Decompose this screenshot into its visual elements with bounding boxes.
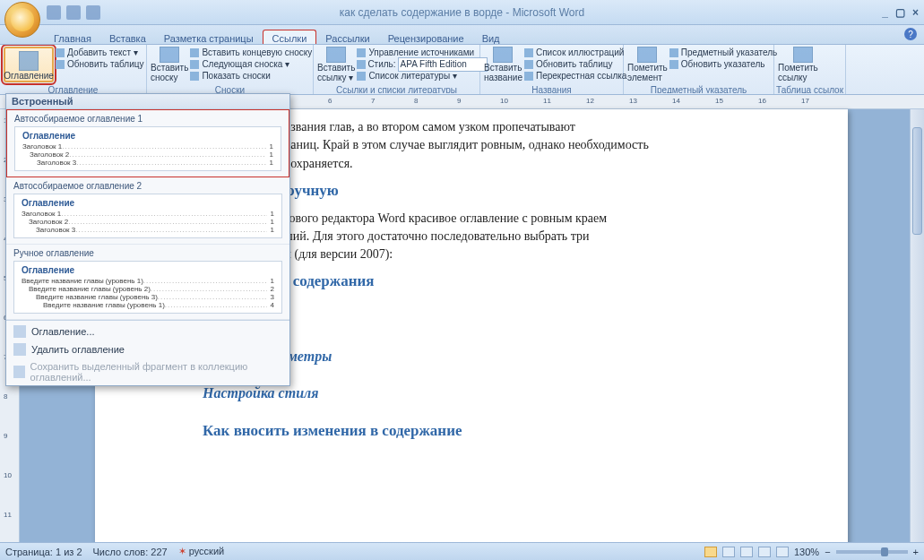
- toc-button-label: Оглавление: [4, 71, 54, 81]
- tab-view[interactable]: Вид: [473, 30, 509, 44]
- status-bar: Страница: 1 из 2 Число слов: 227 ✶ русск…: [0, 542, 924, 560]
- heading-2: матического содержания: [203, 271, 821, 293]
- view-full-screen[interactable]: [722, 547, 735, 557]
- gallery-item-manual[interactable]: Ручное оглавление Оглавление Введите наз…: [6, 245, 289, 320]
- list-illustrations-button[interactable]: Список иллюстраций: [524, 47, 626, 58]
- scroll-thumb[interactable]: [912, 127, 922, 235]
- view-draft[interactable]: [776, 547, 789, 557]
- heading-3: Настройка стиля: [203, 383, 821, 403]
- zoom-out-button[interactable]: −: [825, 547, 830, 557]
- insert-caption-button[interactable]: Вставить название: [484, 47, 522, 82]
- status-words[interactable]: Число слов: 227: [93, 547, 168, 557]
- title-bar: как сделать содержание в ворде - Microso…: [0, 0, 924, 25]
- update-toc-button[interactable]: Обновить таблицу: [56, 58, 144, 70]
- status-lang[interactable]: ✶ русский: [178, 546, 225, 557]
- group-citations: Ссылки и списки литературы: [314, 84, 479, 93]
- update-captions-button[interactable]: Обновить таблицу: [524, 58, 626, 70]
- show-footnotes-button[interactable]: Показать сноски: [190, 70, 312, 82]
- toc-preview: Оглавление Заголовок 1..................…: [14, 126, 281, 171]
- crossref-icon: [524, 72, 533, 81]
- office-button[interactable]: [4, 2, 40, 38]
- undo-icon[interactable]: [66, 5, 81, 20]
- save-icon[interactable]: [47, 5, 61, 20]
- group-footnotes: Сноски: [147, 84, 313, 93]
- endnote-icon: [190, 48, 199, 57]
- group-captions: Названия: [480, 84, 623, 93]
- toc-gallery: Встроенный Автособираемое оглавление 1 О…: [5, 93, 290, 386]
- tab-layout[interactable]: Разметка страницы: [155, 30, 263, 44]
- menu-insert-toc[interactable]: Оглавление...: [6, 323, 289, 340]
- view-web[interactable]: [740, 547, 753, 557]
- body-text: трументов текстового редактора Word крас…: [203, 210, 821, 228]
- insert-toc-icon: [13, 325, 26, 338]
- tab-insert[interactable]: Вставка: [100, 30, 155, 44]
- toc-preview: Оглавление Заголовок 1..................…: [13, 194, 282, 238]
- status-page[interactable]: Страница: 1 из 2: [5, 547, 82, 557]
- insert-footnote-button[interactable]: Вставить сноску: [151, 47, 188, 82]
- group-toc: Оглавление: [0, 84, 146, 93]
- vertical-scrollbar[interactable]: [910, 109, 924, 542]
- mark-icon: [637, 47, 657, 63]
- tab-home[interactable]: Главная: [45, 30, 100, 44]
- footnote-icon: [160, 47, 179, 63]
- zoom-value[interactable]: 130%: [794, 547, 819, 557]
- group-index: Предметный указатель: [624, 84, 773, 93]
- mark-label: Пометить элемент: [627, 63, 668, 82]
- help-icon[interactable]: ?: [904, 28, 917, 40]
- manage-icon: [357, 48, 366, 57]
- redo-icon[interactable]: [86, 5, 100, 20]
- gallery-item-auto1[interactable]: Автособираемое оглавление 1 Оглавление З…: [6, 109, 289, 177]
- body-text: в друга функции (для версии 2007):: [203, 246, 821, 263]
- refresh3-icon: [669, 60, 678, 69]
- biblio-icon: [357, 72, 366, 81]
- style-icon: [357, 60, 366, 69]
- gallery-section-builtin: Встроенный: [6, 94, 289, 109]
- menu-save-selection: Сохранить выделенный фрагмент в коллекци…: [6, 358, 289, 385]
- mark-citation-button[interactable]: Пометить ссылку: [778, 47, 828, 82]
- body-text: овые номера страниц. Край в этом случае …: [203, 136, 821, 154]
- view-outline[interactable]: [758, 547, 771, 557]
- caption-icon: [493, 47, 513, 63]
- refresh2-icon: [524, 60, 533, 69]
- mark-index-button[interactable]: Пометить элемент: [627, 47, 668, 82]
- view-print-layout[interactable]: [704, 547, 717, 557]
- quick-access-toolbar: [47, 5, 100, 20]
- minimize-button[interactable]: _: [882, 6, 888, 19]
- close-button[interactable]: ×: [912, 6, 919, 19]
- heading-2: главления вручную: [203, 180, 821, 202]
- next-icon: [190, 60, 199, 69]
- toc-preview: Оглавление Введите название главы (урове…: [13, 261, 282, 314]
- insert-citation-button[interactable]: Вставить ссылку ▾: [317, 47, 355, 82]
- update-index-button[interactable]: Обновить указатель: [669, 58, 777, 70]
- save-toc-icon: [13, 366, 25, 378]
- footnote-label: Вставить сноску: [151, 63, 188, 82]
- insert-endnote-button[interactable]: Вставить концевую сноску: [190, 47, 312, 58]
- add-text-button[interactable]: Добавить текст ▾: [56, 47, 144, 58]
- body-text: прописывают названия глав, а во втором с…: [203, 118, 821, 136]
- list-icon: [524, 48, 533, 57]
- zoom-in-button[interactable]: +: [913, 547, 919, 557]
- refresh-icon: [56, 60, 65, 69]
- menu-remove-toc[interactable]: Удалить оглавление: [6, 340, 289, 358]
- gallery-item-auto2[interactable]: Автособираемое оглавление 2 Оглавление З…: [6, 177, 289, 245]
- mark-cite-label: Пометить ссылку: [778, 63, 828, 82]
- tab-references[interactable]: Ссылки: [263, 30, 317, 44]
- next-footnote-button[interactable]: Следующая сноска ▾: [190, 58, 312, 70]
- bibliography-button[interactable]: Список литературы ▾: [357, 70, 487, 82]
- body-text: без лишних усилий. Для этого достаточно …: [203, 228, 821, 246]
- insert-index-button[interactable]: Предметный указатель: [669, 47, 777, 58]
- tab-mailings[interactable]: Рассылки: [316, 30, 378, 44]
- ribbon: Оглавление Добавить текст ▾ Обновить таб…: [0, 45, 924, 95]
- cross-reference-button[interactable]: Перекрестная ссылка: [524, 70, 626, 82]
- heading-2: Как вносить изменения в содержание: [203, 420, 821, 443]
- window-title: как сделать содержание в ворде - Microso…: [340, 6, 584, 19]
- index-icon: [669, 48, 678, 57]
- toc-button[interactable]: Оглавление: [4, 47, 54, 82]
- group-authorities: Таблица ссылок: [774, 84, 845, 93]
- heading-3: е оглавление: [203, 309, 821, 330]
- maximize-button[interactable]: ▢: [895, 6, 905, 19]
- tab-review[interactable]: Рецензирование: [379, 30, 473, 44]
- remove-toc-icon: [13, 343, 26, 356]
- caption-label: Вставить название: [484, 63, 522, 82]
- zoom-slider[interactable]: [836, 550, 908, 554]
